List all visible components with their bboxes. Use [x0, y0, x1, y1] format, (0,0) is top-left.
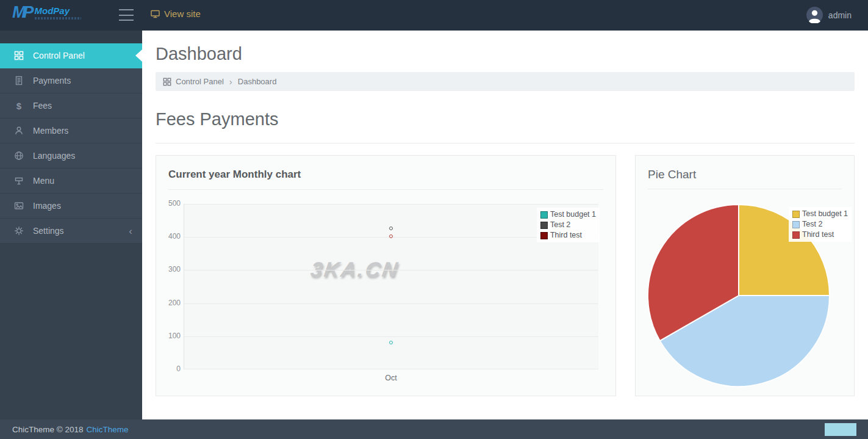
legend-item: Test 2	[540, 220, 596, 230]
view-site-link[interactable]: View site	[150, 9, 201, 19]
legend-label: Third test	[802, 230, 834, 240]
sidebar-item-settings[interactable]: Settings ‹	[0, 219, 142, 244]
sidebar-nav: Control Panel Payments $ Fees Members	[0, 43, 142, 244]
sidebar-spacer	[0, 31, 142, 43]
y-tick-label: 100	[160, 332, 181, 340]
card-divider	[648, 189, 842, 189]
topbar: MP ModPay View site admin	[0, 0, 868, 31]
footer-copyright: ChicTheme © 2018	[12, 425, 84, 434]
gridline	[184, 270, 598, 270]
breadcrumb-separator: ›	[229, 76, 232, 87]
legend-label: Third test	[550, 230, 582, 241]
card-divider	[168, 189, 603, 190]
sidebar-item-label: Settings	[33, 226, 64, 236]
gridline	[184, 303, 598, 304]
modpay-logo-icon: MP	[12, 4, 31, 21]
chevron-left-icon: ‹	[129, 226, 132, 236]
grid-icon	[13, 51, 24, 60]
sidebar-item-menu[interactable]: Menu	[0, 169, 142, 194]
sidebar-item-label: Members	[33, 126, 68, 136]
gridline	[184, 204, 598, 205]
sidebar-item-label: Menu	[33, 176, 54, 186]
data-point	[389, 341, 393, 344]
y-tick-label: 400	[160, 232, 181, 241]
brand-name: ModPay	[35, 6, 81, 15]
page-title: Dashboard	[156, 44, 855, 64]
monthly-chart-card: Current year Monthly chart 3KA.CN 010020…	[156, 155, 616, 396]
sidebar-item-label: Payments	[33, 76, 71, 85]
user-name: admin	[828, 10, 852, 20]
footer-theme-link[interactable]: ChicTheme	[87, 425, 129, 434]
section-title: Fees Payments	[156, 109, 855, 129]
avatar	[806, 7, 823, 23]
main-content: Dashboard Control Panel › Dashboard Fees…	[142, 31, 868, 419]
sidebar-item-label: Images	[33, 201, 61, 211]
grid-icon	[163, 78, 171, 86]
pie-chart-title: Pie Chart	[648, 168, 842, 189]
scroll-top-button[interactable]	[825, 423, 856, 436]
view-site-label: View site	[164, 9, 201, 19]
y-tick-label: 200	[160, 299, 181, 307]
legend-label: Test budget 1	[550, 209, 596, 220]
legend-swatch	[540, 222, 548, 229]
pie-chart-legend: Test budget 1Test 2Third test	[789, 207, 852, 242]
sidebar-item-languages[interactable]: Languages	[0, 143, 142, 169]
breadcrumb: Control Panel › Dashboard	[156, 72, 855, 91]
legend-item: Third test	[792, 230, 848, 240]
sidebar-item-control-panel[interactable]: Control Panel	[0, 43, 142, 68]
sidebar-item-fees[interactable]: $ Fees	[0, 93, 142, 118]
menu-toggle-button[interactable]	[119, 9, 134, 21]
gear-icon	[13, 226, 24, 236]
legend-item: Test budget 1	[540, 209, 596, 220]
section-divider	[156, 143, 855, 143]
sidebar-item-images[interactable]: Images	[0, 194, 142, 219]
footer-text: ChicTheme © 2018ChicTheme	[12, 425, 129, 434]
monitor-icon	[150, 9, 160, 19]
data-point	[389, 234, 393, 238]
receipt-icon	[13, 76, 24, 85]
breadcrumb-current: Dashboard	[238, 77, 277, 86]
sidebar-item-label: Languages	[33, 151, 75, 161]
sidebar: Control Panel Payments $ Fees Members	[0, 31, 142, 419]
sidebar-item-members[interactable]: Members	[0, 118, 142, 143]
legend-label: Test 2	[802, 219, 822, 230]
legend-swatch	[792, 211, 800, 218]
brand-logo[interactable]: MP ModPay	[12, 4, 81, 21]
y-tick-label: 0	[160, 365, 181, 373]
legend-swatch	[792, 231, 800, 239]
members-icon	[13, 126, 24, 136]
y-tick-label: 500	[160, 199, 181, 208]
user-menu[interactable]: admin	[806, 7, 852, 23]
legend-label: Test budget 1	[802, 209, 848, 219]
legend-item: Test 2	[792, 219, 848, 230]
legend-swatch	[540, 211, 548, 219]
legend-swatch	[792, 221, 800, 228]
charts-row: Current year Monthly chart 3KA.CN 010020…	[156, 155, 855, 396]
signpost-icon	[13, 176, 24, 186]
globe-icon	[13, 151, 24, 161]
legend-swatch	[540, 232, 548, 239]
monthly-chart: 3KA.CN 0100200300400500 Oct Test budget …	[168, 204, 603, 387]
pie-chart-card: Pie Chart Test budget 1Test 2Third test	[635, 155, 855, 396]
image-icon	[13, 201, 24, 211]
sidebar-item-label: Control Panel	[33, 51, 85, 60]
y-tick-label: 300	[160, 265, 181, 274]
legend-item: Test budget 1	[792, 209, 848, 219]
brand-tagline	[35, 17, 81, 20]
monthly-chart-title: Current year Monthly chart	[168, 168, 603, 189]
monthly-chart-legend: Test budget 1Test 2Third test	[537, 208, 600, 242]
gridline	[184, 369, 598, 369]
sidebar-item-payments[interactable]: Payments	[0, 68, 142, 93]
legend-label: Test 2	[550, 220, 570, 230]
dollar-icon: $	[13, 101, 24, 111]
x-axis-label: Oct	[379, 374, 403, 382]
gridline	[184, 336, 598, 337]
legend-item: Third test	[540, 230, 596, 241]
sidebar-item-label: Fees	[33, 101, 52, 111]
footer: ChicTheme © 2018ChicTheme	[0, 419, 868, 439]
breadcrumb-control-panel-link[interactable]: Control Panel	[176, 77, 224, 86]
data-point	[389, 227, 393, 230]
